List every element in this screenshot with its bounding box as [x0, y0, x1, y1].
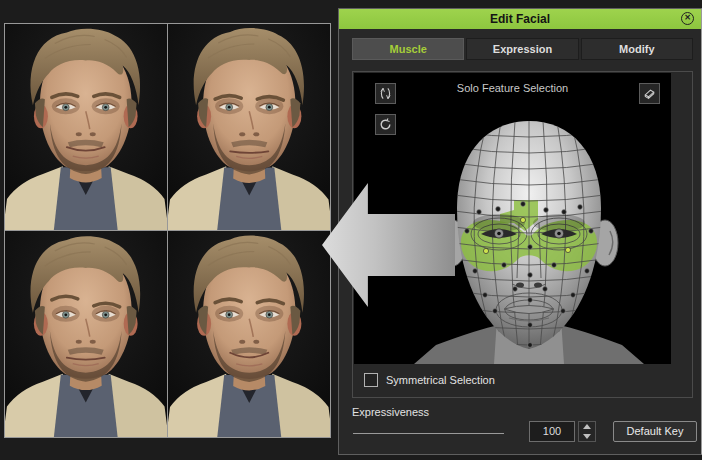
expressiveness-value-field[interactable]: 100 — [529, 421, 575, 442]
spinner-up-icon[interactable] — [579, 422, 595, 432]
face-render — [168, 231, 331, 438]
expressiveness-spinner — [578, 421, 596, 442]
expressiveness-label: Expressiveness — [352, 406, 429, 418]
spinner-down-icon[interactable] — [579, 432, 595, 442]
face-render — [5, 231, 167, 438]
face-render — [5, 24, 167, 230]
tab-modify[interactable]: Modify — [581, 38, 693, 60]
reset-rotation-icon — [378, 117, 393, 132]
face-preview-cell — [168, 231, 331, 438]
tab-expression[interactable]: Expression — [466, 38, 578, 60]
tab-muscle[interactable]: Muscle — [352, 38, 464, 60]
face-preview-cell — [5, 24, 168, 231]
reset-rotation-button[interactable] — [375, 114, 396, 135]
orbit-rotate-button[interactable] — [375, 83, 396, 104]
eraser-icon — [642, 86, 657, 101]
panel-title: Edit Facial — [490, 12, 550, 26]
expressiveness-slider-track[interactable] — [353, 433, 504, 434]
face-preview-cell — [168, 24, 331, 231]
close-icon[interactable]: ✕ — [681, 12, 694, 25]
face-preview-cell — [5, 231, 168, 438]
panel-titlebar: Edit Facial ✕ — [339, 9, 701, 29]
eraser-button[interactable] — [639, 83, 660, 104]
application-window: Edit Facial ✕ Muscle Expression Modify — [0, 0, 702, 460]
symmetrical-checkbox-label: Symmetrical Selection — [386, 374, 495, 386]
tab-bar: Muscle Expression Modify — [352, 38, 693, 60]
expression-preview-grid — [4, 23, 331, 438]
orbit-rotate-icon — [378, 86, 393, 101]
default-key-button[interactable]: Default Key — [613, 421, 697, 442]
symmetrical-selection-row: Symmetrical Selection — [364, 373, 495, 387]
symmetrical-checkbox[interactable] — [364, 373, 378, 387]
face-render — [168, 24, 331, 230]
